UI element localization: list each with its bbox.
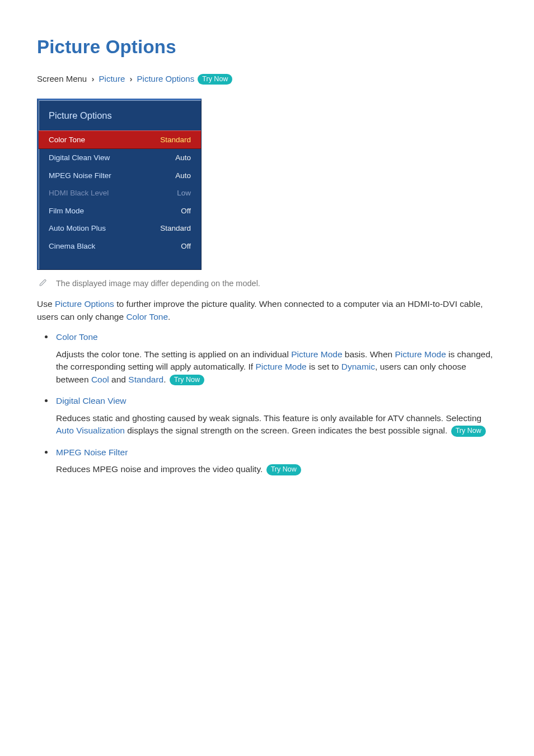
note-text: The displayed image may differ depending… [56, 278, 260, 290]
keyword-picture-options: Picture Options [55, 299, 114, 309]
keyword: Auto Visualization [56, 426, 125, 435]
breadcrumb-level1: Picture [99, 74, 125, 83]
breadcrumb-root: Screen Menu [37, 74, 87, 83]
menu-row-label: Cinema Black [49, 241, 95, 252]
breadcrumb-level2: Picture Options [137, 74, 195, 83]
keyword: Picture Mode [395, 349, 446, 359]
keyword-color-tone: Color Tone [126, 312, 168, 321]
feature-item-color-tone: Color Tone Adjusts the color tone. The s… [37, 331, 497, 386]
menu-row-digital-clean-view[interactable]: Digital Clean View Auto [39, 149, 201, 167]
feature-description: Adjusts the color tone. The setting is a… [56, 348, 497, 386]
text: Reduces MPEG noise and improves the vide… [56, 464, 265, 474]
intro-text: . [168, 312, 170, 321]
menu-row-label: Color Tone [49, 134, 85, 146]
menu-row-value: Standard [160, 134, 191, 146]
try-now-button[interactable]: Try Now [266, 464, 301, 475]
try-now-button[interactable]: Try Now [198, 74, 232, 85]
menu-panel: Picture Options Color Tone Standard Digi… [37, 99, 202, 270]
menu-row-value: Standard [160, 223, 191, 234]
menu-row-label: Auto Motion Plus [49, 223, 106, 234]
feature-description: Reduces MPEG noise and improves the vide… [56, 463, 497, 475]
menu-row-label: Film Mode [49, 206, 84, 217]
try-now-button[interactable]: Try Now [451, 426, 486, 437]
menu-row-value: Off [181, 206, 191, 217]
chevron-right-icon: › [91, 73, 94, 85]
text: Reduces static and ghosting caused by we… [56, 413, 481, 423]
menu-row-mpeg-noise-filter[interactable]: MPEG Noise Filter Auto [39, 167, 201, 185]
keyword: Picture Mode [255, 362, 306, 371]
text: . [163, 375, 168, 384]
menu-row-value: Auto [175, 152, 191, 164]
text: is set to [307, 362, 341, 371]
chevron-right-icon: › [129, 73, 132, 85]
text: displays the signal strength on the scre… [125, 426, 450, 435]
text: basis. When [343, 349, 395, 359]
feature-title: Color Tone [56, 331, 497, 343]
keyword: Cool [91, 375, 109, 384]
menu-row-auto-motion-plus[interactable]: Auto Motion Plus Standard [39, 220, 201, 237]
menu-row-label: HDMI Black Level [49, 188, 109, 199]
breadcrumb: Screen Menu › Picture › Picture Options … [37, 73, 497, 85]
menu-row-value: Low [177, 188, 191, 199]
menu-row-label: MPEG Noise Filter [49, 170, 111, 181]
keyword: Dynamic [341, 362, 375, 371]
feature-title: MPEG Noise Filter [56, 446, 497, 459]
intro-text: Use [37, 299, 55, 309]
feature-item-digital-clean-view: Digital Clean View Reduces static and gh… [37, 395, 497, 437]
menu-panel-header: Picture Options [39, 100, 201, 130]
menu-row-cinema-black[interactable]: Cinema Black Off [39, 237, 201, 255]
intro-paragraph: Use Picture Options to further improve t… [37, 298, 497, 323]
text: and [109, 375, 128, 384]
keyword: Picture Mode [291, 349, 342, 359]
menu-row-value: Off [181, 241, 191, 252]
feature-item-mpeg-noise-filter: MPEG Noise Filter Reduces MPEG noise and… [37, 446, 497, 476]
try-now-button[interactable]: Try Now [170, 375, 204, 386]
menu-row-film-mode[interactable]: Film Mode Off [39, 202, 201, 220]
keyword: Standard [128, 375, 163, 384]
menu-row-value: Auto [175, 170, 191, 181]
text: Adjusts the color tone. The setting is a… [56, 349, 291, 359]
menu-row-label: Digital Clean View [49, 152, 110, 164]
menu-row-hdmi-black-level: HDMI Black Level Low [39, 184, 201, 202]
menu-row-color-tone[interactable]: Color Tone Standard [39, 130, 201, 150]
feature-title: Digital Clean View [56, 395, 497, 407]
pencil-icon [39, 278, 47, 290]
feature-description: Reduces static and ghosting caused by we… [56, 412, 497, 437]
page-title: Picture Options [37, 34, 497, 60]
